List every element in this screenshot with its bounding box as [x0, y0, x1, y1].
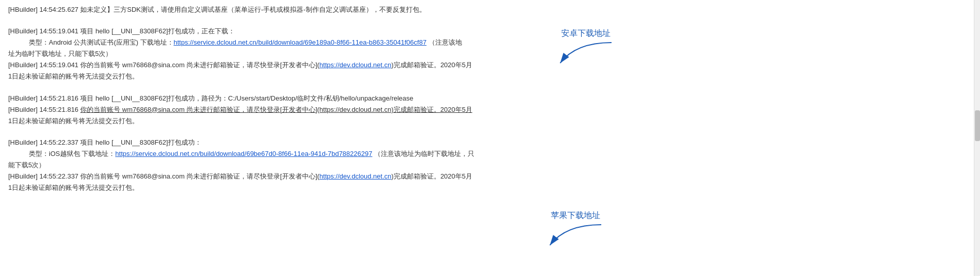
log-line-ios-header: [HBuilder] 14:55:22.337 项目 hello [__UNI_…: [8, 137, 972, 148]
log-line-android-url: 类型：Android 公共测试证书(应用宝) 下载地址：https://serv…: [8, 37, 972, 48]
log-line-ios-url: 类型：iOS越狱包 下载地址：https://service.dcloud.ne…: [8, 148, 972, 160]
android-annotation: 安卓下载地址: [555, 28, 617, 68]
log-line-ios-email3: 1日起未验证邮箱的账号将无法提交云打包。: [8, 182, 972, 193]
log-text-ios-note: （注意该地址为临时下载地址，只: [372, 150, 474, 157]
scrollbar[interactable]: [974, 0, 980, 276]
log-text-path-email2: 1日起未验证邮箱的账号将无法提交云打包。: [8, 117, 139, 125]
log-text-android-header: [HBuilder] 14:55:19.041 项目 hello [__UNI_…: [8, 27, 235, 35]
log-text-android-note2: 址为临时下载地址，只能下载5次）: [8, 50, 112, 57]
log-output: [HBuilder] 14:54:25.627 如未定义】三方SDK测试，请使用…: [0, 0, 980, 203]
log-text-path: [HBuilder] 14:55:21.816 项目 hello [__UNI_…: [8, 94, 413, 102]
log-text-ios-header: [HBuilder] 14:55:22.337 项目 hello [__UNI_…: [8, 139, 201, 146]
log-text-android-email: [HBuilder] 14:55:19.041 你的当前账号 wm76868@s…: [8, 61, 320, 69]
android-arrow-svg: [555, 40, 617, 68]
log-line-android-note: 址为临时下载地址，只能下载5次）: [8, 48, 972, 60]
log-line-android-email3: 1日起未验证邮箱的账号将无法提交云打包。: [8, 71, 972, 82]
android-annotation-label: 安卓下载地址: [561, 28, 611, 39]
log-text-ios-email: [HBuilder] 14:55:22.337 你的当前账号 wm76868@s…: [8, 172, 320, 180]
android-dev-link[interactable]: https://dev.dcloud.net.cn: [320, 61, 392, 69]
log-text-path-email-underline: 你的当前账号 wm76868@sina.com 尚未进行邮箱验证，请尽快登录[开…: [80, 106, 472, 113]
log-text-ios-type: 类型：iOS越狱包 下载地址：: [29, 150, 115, 157]
log-text-ios-note2: 能下载5次）: [8, 161, 45, 169]
log-text-ios-email2: )完成邮箱验证。2020年5月: [392, 172, 472, 180]
android-download-link[interactable]: https://service.dcloud.net.cn/build/down…: [174, 38, 427, 46]
scrollbar-thumb[interactable]: [975, 110, 980, 141]
log-text-android-note: （注意该地: [427, 38, 462, 46]
log-section-ios: [HBuilder] 14:55:22.337 项目 hello [__UNI_…: [8, 137, 972, 193]
log-text-android-type: 类型：Android 公共测试证书(应用宝) 下载地址：: [29, 38, 174, 46]
log-text-ios-email3: 1日起未验证邮箱的账号将无法提交云打包。: [8, 184, 139, 191]
log-section-0: [HBuilder] 14:54:25.627 如未定义】三方SDK测试，请使用…: [8, 4, 972, 15]
log-section-android: [HBuilder] 14:55:19.041 项目 hello [__UNI_…: [8, 26, 972, 82]
log-line-android-email: [HBuilder] 14:55:19.041 你的当前账号 wm76868@s…: [8, 60, 972, 71]
log-line-sdk-warning: [HBuilder] 14:54:25.627 如未定义】三方SDK测试，请使用…: [8, 4, 972, 15]
log-line-path-email2: 1日起未验证邮箱的账号将无法提交云打包。: [8, 115, 972, 127]
log-text-android-email2: )完成邮箱验证。2020年5月: [392, 61, 472, 69]
log-line-ios-note: 能下载5次）: [8, 160, 972, 171]
ios-annotation: 苹果下载地址: [545, 210, 606, 250]
log-line-path: [HBuilder] 14:55:21.816 项目 hello [__UNI_…: [8, 93, 972, 104]
ios-arrow-svg: [545, 222, 606, 250]
log-line-android-header: [HBuilder] 14:55:19.041 项目 hello [__UNI_…: [8, 26, 972, 37]
ios-download-link[interactable]: https://service.dcloud.net.cn/build/down…: [115, 150, 372, 157]
log-text-path-email-prefix: [HBuilder] 14:55:21.816: [8, 106, 80, 113]
log-line-ios-email: [HBuilder] 14:55:22.337 你的当前账号 wm76868@s…: [8, 171, 972, 182]
log-text-android-email3: 1日起未验证邮箱的账号将无法提交云打包。: [8, 72, 139, 80]
ios-annotation-label: 苹果下载地址: [551, 210, 600, 221]
log-line-path-email: [HBuilder] 14:55:21.816 你的当前账号 wm76868@s…: [8, 104, 972, 115]
log-text-sdk: [HBuilder] 14:54:25.627 如未定义】三方SDK测试，请使用…: [8, 6, 426, 13]
ios-dev-link[interactable]: https://dev.dcloud.net.cn: [320, 172, 392, 180]
log-section-path: [HBuilder] 14:55:21.816 项目 hello [__UNI_…: [8, 93, 972, 127]
